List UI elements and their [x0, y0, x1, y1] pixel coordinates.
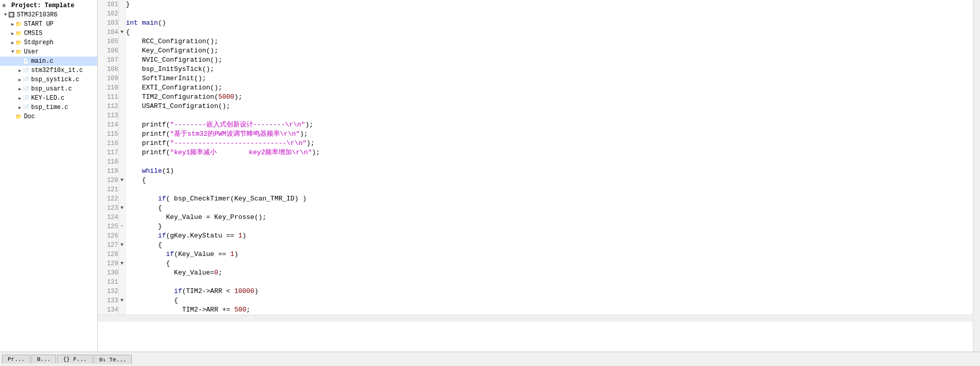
code-line[interactable]: }: [126, 222, 973, 231]
code-line[interactable]: printf("----------------------------\r\n…: [126, 139, 973, 148]
sidebar-item-bsp-systick[interactable]: ▶ 📄 bsp_systick.c: [0, 75, 97, 84]
fold-marker[interactable]: [118, 65, 126, 74]
tab-books[interactable]: B...: [31, 355, 56, 363]
fold-marker[interactable]: [118, 102, 126, 111]
code-line[interactable]: {: [126, 296, 973, 305]
sidebar-item-doc[interactable]: ▶ 📁 Doc: [0, 112, 97, 121]
fold-marker[interactable]: [118, 37, 126, 46]
code-editor[interactable]: 101}102 103int main()104▼{105 RCC_Config…: [98, 0, 973, 352]
tab-functions[interactable]: {} F...: [57, 355, 92, 363]
code-line[interactable]: if( bsp_CheckTimer(Key_Scan_TMR_ID) ): [126, 194, 973, 204]
fold-marker[interactable]: ▼: [118, 28, 126, 37]
fold-marker[interactable]: [118, 83, 126, 93]
code-line[interactable]: int main(): [126, 19, 973, 28]
fold-marker[interactable]: ▼: [118, 204, 126, 213]
fold-marker[interactable]: [118, 157, 126, 167]
fold-marker[interactable]: [118, 167, 126, 176]
code-line[interactable]: while(1): [126, 167, 973, 176]
fold-marker[interactable]: [118, 46, 126, 56]
code-line[interactable]: if(TIM2->ARR < 10000): [126, 287, 973, 296]
code-line[interactable]: RCC_Configration();: [126, 37, 973, 46]
code-line[interactable]: bsp_InitSysTick();: [126, 65, 973, 74]
code-line[interactable]: {: [126, 241, 973, 250]
line-number: 111: [98, 93, 118, 102]
table-row: 129▼ {: [98, 259, 973, 268]
code-line[interactable]: Key_Value = Key_Prosse();: [126, 213, 973, 222]
line-number: 109: [98, 74, 118, 83]
fold-marker[interactable]: [118, 93, 126, 102]
code-line[interactable]: printf("--------嵌入式创新设计--------\r\n");: [126, 120, 973, 130]
fold-marker[interactable]: [118, 56, 126, 65]
sidebar-item-stdpreph[interactable]: ▶ 📁 Stdpreph: [0, 38, 97, 47]
code-line[interactable]: TIM2_Configuration(5000);: [126, 93, 973, 102]
code-line[interactable]: NVIC_Configration();: [126, 56, 973, 65]
code-line[interactable]: USART1_Configration();: [126, 102, 973, 111]
code-line[interactable]: {: [126, 176, 973, 185]
fold-marker[interactable]: [118, 287, 126, 296]
fold-marker[interactable]: [118, 268, 126, 278]
project-title[interactable]: ⚙ Project: Template: [0, 1, 97, 10]
sidebar-item-bsp-time[interactable]: ▶ 📄 bsp_time.c: [0, 103, 97, 112]
fold-marker[interactable]: [118, 139, 126, 148]
fold-marker[interactable]: [118, 194, 126, 204]
fold-marker[interactable]: [118, 19, 126, 28]
code-line[interactable]: TIM2->ARR += 500;: [126, 305, 973, 315]
code-line[interactable]: {: [126, 204, 973, 213]
tab-templates[interactable]: 0₁ Te...: [94, 355, 132, 364]
code-line[interactable]: if(gKey.KeyStatu == 1): [126, 231, 973, 241]
fold-marker[interactable]: [118, 305, 126, 315]
sidebar-item-user[interactable]: ▼ 📁 User: [0, 47, 97, 57]
fold-marker[interactable]: [118, 231, 126, 241]
fold-marker[interactable]: ▼: [118, 176, 126, 185]
sidebar-item-key-led[interactable]: ▶ 📄 KEY-LED.c: [0, 94, 97, 103]
code-line[interactable]: if(Key_Value == 1): [126, 250, 973, 259]
fold-marker[interactable]: [118, 185, 126, 194]
code-line[interactable]: Key_Configration();: [126, 46, 973, 56]
sidebar-item-cmsis[interactable]: ▶ 📁 CMSIS: [0, 29, 97, 38]
fold-marker[interactable]: [118, 74, 126, 83]
line-number: 130: [98, 268, 118, 278]
fold-marker[interactable]: [118, 278, 126, 287]
code-line[interactable]: Key_Value=0;: [126, 268, 973, 278]
code-line[interactable]: [126, 278, 973, 287]
sidebar-item-main-c[interactable]: ▶ 📄 main.c: [0, 57, 97, 66]
line-number: 128: [98, 250, 118, 259]
code-line[interactable]: {: [126, 259, 973, 268]
sidebar-item-stm32f10x-it[interactable]: ▶ 📄 stm32f10x_it.c: [0, 66, 97, 75]
fold-marker[interactable]: [118, 111, 126, 120]
code-line[interactable]: [126, 9, 973, 19]
fold-marker[interactable]: [118, 130, 126, 139]
horizontal-scrollbar[interactable]: [98, 315, 973, 322]
code-line[interactable]: [126, 111, 973, 120]
code-line[interactable]: printf("基于stm32的PWM波调节蜂鸣器频率\r\n");: [126, 130, 973, 139]
fold-marker[interactable]: [118, 213, 126, 222]
sidebar-item-startup[interactable]: ▶ 📁 START UP: [0, 20, 97, 29]
fold-marker[interactable]: −: [118, 222, 126, 231]
sidebar-item-stm32f103r6[interactable]: ▼ 🔲 STM32F103R6: [0, 10, 97, 20]
file-icon: 📄: [22, 66, 30, 75]
fold-marker[interactable]: ▼: [118, 241, 126, 250]
code-line[interactable]: {: [126, 28, 973, 37]
table-row: 101}: [98, 0, 973, 9]
fold-marker[interactable]: [118, 9, 126, 19]
vertical-scrollbar[interactable]: [973, 0, 980, 352]
sidebar-item-bsp-usart[interactable]: ▶ 📄 bsp_usart.c: [0, 84, 97, 94]
line-number: 124: [98, 213, 118, 222]
code-line[interactable]: [126, 157, 973, 167]
tab-project[interactable]: Pr...: [2, 355, 30, 363]
line-number: 115: [98, 130, 118, 139]
fold-marker[interactable]: ▼: [118, 259, 126, 268]
expand-icon: ▶: [19, 96, 21, 101]
fold-marker[interactable]: [118, 120, 126, 130]
code-line[interactable]: SoftTimerInit();: [126, 74, 973, 83]
fold-marker[interactable]: [118, 148, 126, 157]
line-number: 101: [98, 0, 118, 9]
expand-icon: ▼: [11, 49, 14, 54]
code-line[interactable]: printf("key1频率减小 key2频率增加\r\n");: [126, 148, 973, 157]
fold-marker[interactable]: [118, 0, 126, 9]
code-line[interactable]: EXTI_Configration();: [126, 83, 973, 93]
code-line[interactable]: [126, 185, 973, 194]
code-line[interactable]: }: [126, 0, 973, 9]
fold-marker[interactable]: ▼: [118, 296, 126, 305]
fold-marker[interactable]: [118, 250, 126, 259]
